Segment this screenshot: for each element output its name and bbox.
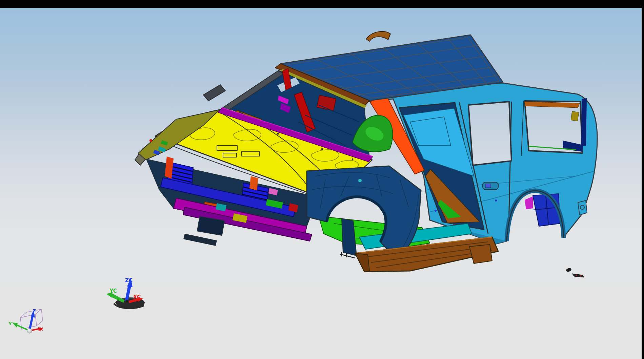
wcs-x-label: XC bbox=[133, 294, 141, 300]
door-handle-recess bbox=[483, 182, 498, 190]
top-letterbox-bar bbox=[0, 0, 644, 8]
right-letterbox-bar bbox=[642, 0, 644, 359]
cad-application-window: ZC YC XC Z Y X bbox=[0, 0, 644, 359]
origin-y-label: Y bbox=[8, 321, 12, 326]
quarter-window bbox=[525, 101, 583, 153]
origin-z-label: Z bbox=[33, 308, 36, 313]
viewport-3d[interactable]: ZC YC XC Z Y X bbox=[0, 0, 644, 359]
origin-sphere bbox=[27, 329, 32, 333]
origin-x-label: X bbox=[40, 326, 43, 332]
fender-teal-dot bbox=[358, 179, 362, 182]
wing-red-dot bbox=[149, 139, 152, 142]
wcs-z-label: ZC bbox=[125, 277, 133, 283]
wcs-y-label: YC bbox=[109, 288, 117, 294]
rear-bracket-tab bbox=[578, 200, 587, 215]
d-pillar-navy-part bbox=[581, 98, 587, 146]
rear-door-window bbox=[468, 102, 511, 165]
